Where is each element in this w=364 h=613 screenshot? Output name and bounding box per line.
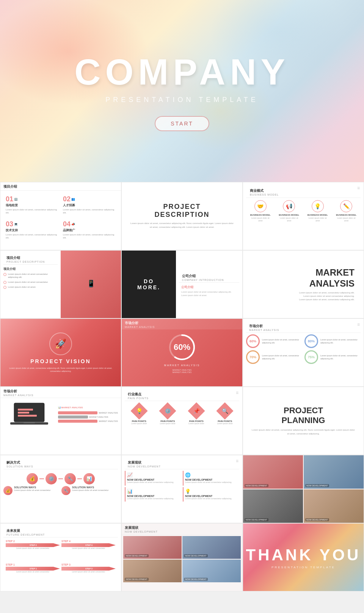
pain-text-1: Lorem ipsum dolor [131,422,147,425]
biz-text-4: Lorem ipsum dolor sit amet [335,217,358,222]
slide10-cn: 市场分析 [3,389,118,394]
bullet-text-3: Lorem ipsum dolor sit amet. [8,285,36,288]
solution-icon-2: 🔧 [61,486,71,495]
photo-person-icon: 📱 [87,279,95,288]
chain-2: ⚙️ [46,473,57,484]
dev-title-1: NOW DEVELOPMENT [127,478,180,481]
slide14-cn: 发展现状 [128,460,236,465]
bar-label-3: MARKET ANALYSIS [99,420,118,422]
dev-photo-label-4: NOW DEVELOPMENT [184,578,208,581]
slide1-title-cn: 项目介绍 [3,184,118,189]
hero-subtitle: PRESENTATION TEMPLATE [105,96,259,104]
slide4-title-cn: 项目介绍 [6,256,55,260]
slide-market-chart: 市场分析 MARKET ANALYSIS 📊 MARKET ANALYSI [0,387,121,455]
dev-photo-4: NOW DEVELOPMENT [182,560,241,582]
slide-solution: 解决方式 SOLUTION WAYS 💰 ⚙️ 🔧 📊 💰 SOLUTION W… [0,455,121,523]
dev-title-2: NOW DEVELOPMENT [185,478,238,481]
photo-label-1: NOW DEVELOPMENT [245,484,268,487]
slide9-en: MARKET ANALYSIS [249,329,358,331]
step-num-2: STEP 2 [6,540,60,542]
step-num-3: STEP 3 [61,563,116,566]
slide9-cn: 市场分析 [249,324,358,329]
dev-item-3: 📊 NOW DEVELOPMENT Lorem ipsum dolor sit … [125,487,181,502]
proj-desc-text: Lorem ipsum dolor sit amet, consectetur … [129,222,235,229]
biz-icon-2: 📢 BUSINESS MODEL Lorem ipsum dolor sit a… [278,200,300,222]
slide5-sub: 公司介绍 [181,285,237,289]
market-big-title: MARKETANALYSIS [309,267,355,289]
thank-title: THANK YOU [246,546,361,564]
step-num-4: STEP 4 [61,540,116,542]
slide3-title-en: BUSINESS MODEL [250,193,357,196]
step-arrow-1: STEP 1 [6,567,60,571]
solution-text-2: Lorem ipsum dolor sit amet consectetur [72,489,108,492]
pain-item-2: ⚙️ PAIN POINTS Lorem ipsum dolor [157,405,178,425]
pain-diamond-icon-2: ⚙️ [165,408,171,414]
menu-icon-9: ≡ [357,322,360,327]
bar-fill-3 [58,420,98,423]
proj-intro-left: 项目介绍 PROJECT DESCRIPTION 项目介绍 Lorem ipsu… [0,251,61,318]
pain-text-3: Lorem ipsum dolor [188,422,204,425]
photo-overlay: 📱 [87,279,95,289]
slide8-en: MARKET ANALYSIS [125,326,239,328]
slide18-cn: 发展现状 [125,525,239,530]
pain-diamond-icon-1: 💡 [136,408,142,414]
rocket-icon: 🚀 [55,339,66,349]
start-button[interactable]: START [155,116,209,131]
svg-rect-5 [18,412,29,414]
slide9-header: 市场分析 MARKET ANALYSIS [246,322,361,333]
hero-title: COMPANY [74,51,290,93]
company-photo: DO MORE. [122,251,176,318]
slide-business-model: 商业模式 BUSINESS MODEL ≡ 🤝 BUSINESS MODEL L… [243,182,364,250]
slide-row-4: 市场分析 MARKET ANALYSIS 📊 MARKET ANALYSI [0,387,364,455]
slide8-cn: 市场分析 [125,321,239,326]
slide-project-planning: PROJECTPLANNING Lorem ipsum dolor sit am… [243,387,364,455]
slide13-header: 解决方式 SOLUTION WAYS [3,458,118,469]
slide18-en: NOW DEVELOPMENT [125,530,239,533]
solution-content-2: SOLUTION WAYS Lorem ipsum dolor sit amet… [72,486,108,492]
pain-diamond-4: 🔍 [217,402,234,419]
slide10-en: MARKET ANALYSIS [3,394,118,397]
slide-market-60: 市场分析 MARKET ANALYSIS 60% MARKET ANALYSIS… [121,318,243,387]
laptop-svg [10,401,48,428]
dev-photos: NOW DEVELOPMENT NOW DEVELOPMENT NOW DEVE… [122,535,242,584]
slide5-title-en: COMPANY INTRODUCTION [182,279,236,281]
slide-row-1: 项目介绍 01 🏢 场地租赁 Lorem ipsum dolor sit ame… [0,182,364,250]
chart-bars: 📊 MARKET ANALYSIS MARKET ANALYSIS MARKET… [58,401,118,428]
dev-photo-label-3: NOW DEVELOPMENT [125,578,149,581]
q-item-3: 03 💻 技术支持 Lorem ipsum dolor sit amet, co… [3,219,61,244]
dev-item-2: 🌐 NOW DEVELOPMENT Lorem ipsum dolor sit … [183,471,239,486]
dev-text-4: Lorem ipsum dolor sit amet consectetur a… [185,497,238,500]
chart-icon-label: MARKET ANALYSIS [61,406,83,409]
solution-title-1: SOLUTION WAYS [14,486,50,489]
laptop-area [3,401,55,428]
dev-text-2: Lorem ipsum dolor sit amet consectetur a… [185,481,238,484]
menu-icon-11: ≡ [236,390,238,395]
svg-rect-6 [18,415,37,417]
bar-label-1: MARKET ANALYSIS [99,412,118,414]
vision-text: Lorem ipsum dolor sit amet, consectetur … [0,367,121,373]
q-text-3: Lorem ipsum dolor sit amet, consectetur … [6,233,58,240]
q-num-1: 01 [6,195,13,203]
slide11-cn: 行业痛点 [128,392,236,397]
slide-how-dev: NOW DEVELOPMENT NOW DEVELOPMENT NOW DEVE… [243,455,364,523]
slide-project-desc: PROJECTDESCRIPTION Lorem ipsum dolor sit… [121,182,243,250]
slide-row-5: 解决方式 SOLUTION WAYS 💰 ⚙️ 🔧 📊 💰 SOLUTION W… [0,455,364,523]
step-text-4: Lorem ipsum dolor sit amet consectetur [61,547,116,550]
step-text-2: Lorem ipsum dolor sit amet consectetur [6,547,60,550]
solution-icon-1: 💰 [3,486,13,495]
pain-item-3: 📌 PAIN POINTS Lorem ipsum dolor [186,405,207,425]
photo-3: NOW DEVELOPMENT [243,489,303,523]
slide16-en: FUTURE DEVELOPMENT [6,533,115,536]
pp-title: PROJECTPLANNING [282,406,325,425]
solution-1: 💰 SOLUTION WAYS Lorem ipsum dolor sit am… [3,486,60,495]
pain-diamond-1: 💡 [130,402,147,419]
stat-circle-2: 80% [304,334,318,348]
slide11-en: PAIN POINTS [128,397,236,400]
company-content: 公司介绍 COMPANY INTRODUCTION 公司介绍 Lorem ips… [176,251,242,318]
stat-text-1: Lorem ipsum dolor sit amet, consectetur … [262,338,302,345]
menu-icon: ≡ [357,185,360,191]
dev-photo-1: NOW DEVELOPMENT [123,536,182,559]
step-col-1: STEP 2 STEP 2 Lorem ipsum dolor sit amet… [6,540,60,562]
slide-row-6: 未来发展 FUTURE DEVELOPMENT STEP 2 STEP 2 Lo… [0,523,364,591]
slide-row-3: 🚀 PROJECT VISION Lorem ipsum dolor sit a… [0,318,364,387]
